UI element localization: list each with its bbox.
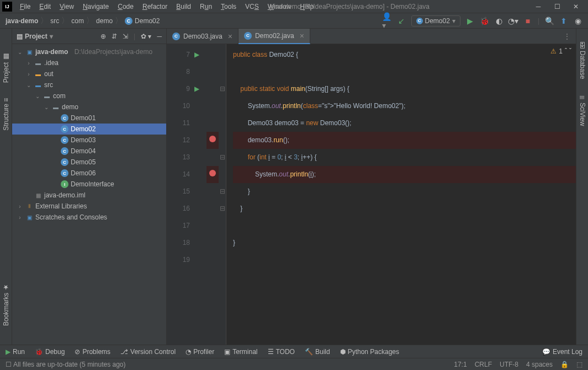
tab-demo02[interactable]: CDemo02.java× <box>239 29 310 44</box>
bb-debug[interactable]: 🐞 Debug <box>35 348 65 356</box>
left-tool-strip: Project▦ Structure≡ Bookmarks★ <box>0 29 12 345</box>
select-opened-icon[interactable]: ⊕ <box>100 33 106 40</box>
tree-scratches[interactable]: ›▣Scratches and Consoles <box>12 212 166 223</box>
profile-button[interactable]: ◔▾ <box>509 17 518 25</box>
tree-com[interactable]: ⌄▬com <box>12 90 166 101</box>
hide-icon[interactable]: ─ <box>157 33 162 40</box>
tree-external-libs[interactable]: ›⫴External Libraries <box>12 201 166 212</box>
crumb-src[interactable]: src <box>50 17 59 25</box>
collapse-all-icon[interactable]: ⇲ <box>123 33 128 40</box>
bb-terminal[interactable]: ▣ Terminal <box>224 348 257 356</box>
tree-file-demo04[interactable]: CDemo04 <box>12 146 166 157</box>
menu-refactor[interactable]: Refactor <box>138 3 172 10</box>
tree-src[interactable]: ⌄▬src <box>12 79 166 90</box>
tree-file-demo06[interactable]: CDemo06 <box>12 168 166 179</box>
settings-icon[interactable]: ✿ ▾ <box>141 33 151 40</box>
tab-project[interactable]: Project▦ <box>1 51 11 85</box>
breadcrumb: java-demo 〉 src 〉 com 〉 demo 〉 CDemo02 <box>6 16 160 26</box>
close-icon[interactable]: × <box>300 31 304 40</box>
tree-file-demo01[interactable]: CDemo01 <box>12 112 166 124</box>
tree-demo[interactable]: ⌄▬demo <box>12 101 166 112</box>
menu-build[interactable]: Build <box>172 3 195 10</box>
menubar: IJ File Edit View Navigate Code Refactor… <box>0 0 588 13</box>
bb-vcs[interactable]: ⎇ Version Control <box>120 348 176 356</box>
menu-run[interactable]: Run <box>195 3 216 10</box>
sync-icon[interactable]: ⬆ <box>559 17 568 25</box>
debug-button[interactable]: 🐞 <box>480 17 489 25</box>
bottom-bar: ▶ Run 🐞 Debug ⊘ Problems ⎇ Version Contr… <box>0 345 588 358</box>
tab-demo03[interactable]: CDemo03.java× <box>167 29 239 44</box>
tree-file-demointerface[interactable]: IDemoInterface <box>12 179 166 190</box>
inspection-badge[interactable]: ⚠1 ˆ ˇ <box>550 47 571 55</box>
bb-todo[interactable]: ☰ TODO <box>268 348 295 356</box>
tree-out[interactable]: ›▬out <box>12 68 166 79</box>
project-tree: ⌄▣java-demo D:\IdeaProjects\java-demo ›▬… <box>12 44 166 345</box>
crumb-com[interactable]: com <box>71 17 84 25</box>
bb-profiler[interactable]: ◔ Profiler <box>186 348 214 356</box>
status-message: All files are up-to-date (5 minutes ago) <box>13 361 125 368</box>
bb-problems[interactable]: ⊘ Problems <box>75 348 110 356</box>
user-icon[interactable]: 👤▾ <box>383 17 391 25</box>
tree-root[interactable]: ⌄▣java-demo D:\IdeaProjects\java-demo <box>12 46 166 57</box>
tab-sciview[interactable]: ⫼SciView <box>578 92 587 128</box>
run-line-marker[interactable]: ▶ <box>194 51 199 58</box>
menu-navigate[interactable]: Navigate <box>78 3 113 10</box>
menu-edit[interactable]: Edit <box>35 3 55 10</box>
menu-tools[interactable]: Tools <box>216 3 241 10</box>
editor: CDemo03.java× CDemo02.java× ⋮ ⚠1 ˆ ˇ 789… <box>167 29 576 345</box>
tree-file-demo05[interactable]: CDemo05 <box>12 157 166 168</box>
crumb-class[interactable]: CDemo02 <box>125 17 160 25</box>
status-msg-icon[interactable]: ☐ <box>6 361 12 368</box>
crumb-demo[interactable]: demo <box>96 17 113 25</box>
status-encoding[interactable]: UTF-8 <box>500 361 518 368</box>
expand-all-icon[interactable]: ⇵ <box>112 33 117 40</box>
bb-run[interactable]: ▶ Run <box>6 348 25 356</box>
tab-database[interactable]: 🗄Database <box>578 40 587 81</box>
sidebar-title[interactable]: ▤ Project ▾ <box>17 33 53 40</box>
run-line-marker[interactable]: ▶ <box>194 85 199 93</box>
vcs-update-icon[interactable]: ↙ <box>397 17 406 25</box>
code-area[interactable]: ⚠1 ˆ ˇ 78910111213141516171819 ▶▶ ⊟⊟⊟⊟ p… <box>167 44 576 345</box>
stop-button[interactable]: ■ <box>523 17 532 25</box>
ide-settings-icon[interactable]: ◉ <box>574 17 582 25</box>
tree-file-demo03[interactable]: CDemo03 <box>12 135 166 146</box>
right-tool-strip: 🗄Database ⫼SciView <box>576 29 588 345</box>
menu-vcs[interactable]: VCS <box>241 3 263 10</box>
tree-iml[interactable]: ▦java-demo.iml <box>12 190 166 201</box>
project-sidebar: ▤ Project ▾ ⊕ ⇵ ⇲ | ✿ ▾ ─ ⌄▣java-demo D:… <box>12 29 167 345</box>
status-position[interactable]: 17:1 <box>454 361 467 368</box>
coverage-button[interactable]: ◐ <box>495 17 504 25</box>
status-indent[interactable]: 4 spaces <box>526 361 553 368</box>
close-icon[interactable]: × <box>228 32 232 41</box>
editor-tabs: CDemo03.java× CDemo02.java× ⋮ <box>167 29 576 44</box>
status-widget-icon[interactable]: ⬚ <box>576 361 582 368</box>
window-title: java-demo [D:\IdeaProjects\java-demo] - … <box>270 3 430 10</box>
menu-view[interactable]: View <box>55 3 78 10</box>
bb-build[interactable]: 🔨 Build <box>305 348 330 356</box>
run-button[interactable]: ▶ <box>466 17 475 25</box>
bb-eventlog[interactable]: 💬 Event Log <box>542 348 582 356</box>
maximize-button[interactable]: ☐ <box>552 2 563 11</box>
navbar: java-demo 〉 src 〉 com 〉 demo 〉 CDemo02 👤… <box>0 13 588 29</box>
run-config-selector[interactable]: CDemo02 ▾ <box>411 15 460 26</box>
breakpoint-icon[interactable] <box>209 170 216 176</box>
breakpoint-icon[interactable] <box>209 136 216 142</box>
close-button[interactable]: ✕ <box>570 2 581 11</box>
search-icon[interactable]: 🔍 <box>545 17 554 25</box>
menu-code[interactable]: Code <box>113 3 138 10</box>
bb-python[interactable]: ⬢ Python Packages <box>340 348 399 356</box>
crumb-project[interactable]: java-demo <box>6 17 38 25</box>
tab-structure[interactable]: Structure≡ <box>1 96 11 133</box>
menu-file[interactable]: File <box>15 3 35 10</box>
tab-bookmarks[interactable]: Bookmarks★ <box>1 281 11 328</box>
status-lock-icon[interactable]: 🔒 <box>560 361 569 368</box>
app-logo: IJ <box>2 2 12 12</box>
status-separator[interactable]: CRLF <box>475 361 492 368</box>
minimize-button[interactable]: ─ <box>533 2 544 11</box>
tab-menu-icon[interactable]: ⋮ <box>558 33 576 40</box>
tree-idea[interactable]: ›▬.idea <box>12 57 166 68</box>
statusbar: ☐ All files are up-to-date (5 minutes ag… <box>0 358 588 370</box>
tree-file-demo02[interactable]: CDemo02 <box>12 124 166 135</box>
